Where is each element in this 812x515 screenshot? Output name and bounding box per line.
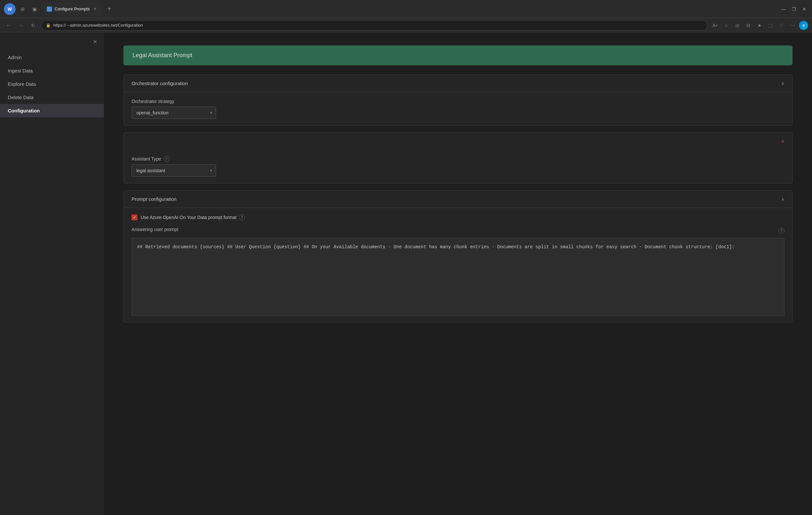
sidebar-item-ingest-data[interactable]: Ingest Data — [0, 64, 104, 77]
favorites-icon[interactable]: ☆ — [722, 21, 731, 30]
prompt-chevron-icon: ∧ — [781, 197, 784, 202]
sidebar-item-delete-data[interactable]: Delete Data — [0, 91, 104, 104]
prompt-header: Legal Assistant Prompt — [123, 46, 792, 65]
content-area: Legal Assistant Prompt Orchestrator conf… — [104, 32, 812, 515]
assistant-type-label: Assistant Type ? — [132, 156, 784, 162]
assistant-card-header[interactable]: ∧ — [124, 133, 792, 149]
tab-favicon — [47, 6, 52, 12]
restore-button[interactable]: ❐ — [790, 5, 798, 13]
prompt-card-header[interactable]: Prompt configuration ∧ — [124, 191, 792, 208]
split-screen-icon[interactable]: ⊟ — [744, 21, 753, 30]
assistant-type-select-wrapper: legal assistant general assistant custom… — [132, 164, 216, 177]
address-bar[interactable]: 🔒 https:// --admin.azurewebsites.net/Con… — [41, 20, 707, 31]
sidebar-item-admin[interactable]: Admin — [0, 51, 104, 64]
main-layout: ✕ Admin Ingest Data Explore Data Delete … — [0, 32, 812, 515]
assistant-chevron-icon: ∧ — [781, 138, 784, 144]
url-text: https:// --admin.azurewebsites.net/Confi… — [53, 23, 702, 28]
sidebar-nav: Admin Ingest Data Explore Data Delete Da… — [0, 51, 104, 117]
sidebar: ✕ Admin Ingest Data Explore Data Delete … — [0, 32, 104, 515]
close-button[interactable]: ✕ — [800, 5, 808, 13]
assistant-type-help-icon[interactable]: ? — [164, 156, 170, 162]
answering-textarea[interactable]: ## Retrieved documents {sources} ## User… — [132, 238, 784, 316]
refresh-button[interactable]: ↻ — [29, 21, 38, 30]
more-tools-icon[interactable]: ⋯ — [788, 21, 797, 30]
active-tab[interactable]: Configure Prompts ✕ — [41, 3, 103, 16]
orchestrator-config-card: Orchestrator configuration ∧ Orchestrato… — [123, 75, 792, 126]
forward-button[interactable]: → — [16, 21, 25, 30]
azure-openai-checkbox[interactable]: ✓ — [132, 214, 137, 220]
profile-button[interactable]: W — [4, 3, 16, 15]
window-controls: — ❐ ✕ — [780, 5, 808, 13]
tab-close-button[interactable]: ✕ — [92, 6, 97, 12]
azure-openai-checkbox-row: ✓ Use Azure OpenAI On Your Data prompt f… — [132, 214, 784, 220]
minimize-button[interactable]: — — [780, 5, 787, 13]
new-tab-button[interactable]: + — [104, 4, 114, 14]
browser-wallet-icon[interactable]: ◎ — [733, 21, 742, 30]
assistant-type-select[interactable]: legal assistant general assistant custom — [132, 164, 216, 177]
screenshot-icon[interactable]: ⬚ — [766, 21, 775, 30]
strategy-select-wrapper: openai_function semantic_kernel langchai… — [132, 107, 216, 119]
sidebar-item-configuration[interactable]: Configuration — [0, 104, 104, 117]
edge-copilot-icon[interactable]: e — [799, 21, 808, 30]
address-row: ← → ↻ 🔒 https:// --admin.azurewebsites.n… — [0, 18, 812, 32]
browser-chrome: W ⊞ ▣ Configure Prompts ✕ + — ❐ ✕ — [0, 0, 812, 18]
azure-openai-help-icon[interactable]: ? — [239, 214, 245, 220]
read-aloud-icon[interactable]: A+ — [710, 21, 720, 30]
extensions-icon[interactable]: ⊞ — [18, 4, 27, 13]
assistant-type-card: ∧ Assistant Type ? legal assistant gener… — [123, 132, 792, 183]
orchestrator-card-header[interactable]: Orchestrator configuration ∧ — [124, 75, 792, 92]
orchestrator-card-title: Orchestrator configuration — [132, 81, 188, 86]
tab-title: Configure Prompts — [55, 6, 90, 11]
strategy-select[interactable]: openai_function semantic_kernel langchai… — [132, 107, 216, 119]
prompt-card-body: ✓ Use Azure OpenAI On Your Data prompt f… — [124, 208, 792, 322]
strategy-label: Orchestrator strategy — [132, 99, 784, 104]
collections-icon[interactable]: ★ — [755, 21, 764, 30]
prompt-card-title: Prompt configuration — [132, 196, 176, 202]
tab-bar: Configure Prompts ✕ + — [41, 3, 114, 16]
sidebar-close-button[interactable]: ✕ — [91, 38, 99, 46]
lock-icon: 🔒 — [46, 23, 51, 28]
orchestrator-card-body: Orchestrator strategy openai_function se… — [124, 92, 792, 125]
prompt-config-card: Prompt configuration ∧ ✓ Use Azure OpenA… — [123, 190, 792, 323]
answering-prompt-header: Answering user prompt ? — [132, 227, 784, 235]
answering-label: Answering user prompt — [132, 227, 178, 232]
feedback-icon[interactable]: ♡ — [777, 21, 786, 30]
browser-toolbar: A+ ☆ ◎ ⊟ ★ ⬚ ♡ ⋯ e — [710, 21, 808, 30]
sidebar-item-explore-data[interactable]: Explore Data — [0, 77, 104, 91]
assistant-card-body: Assistant Type ? legal assistant general… — [124, 149, 792, 183]
azure-openai-checkbox-label: Use Azure OpenAI On Your Data prompt for… — [141, 214, 245, 220]
sidebar-toggle-icon[interactable]: ▣ — [30, 4, 39, 13]
orchestrator-chevron-icon: ∧ — [781, 81, 784, 86]
answering-help-icon[interactable]: ? — [779, 228, 784, 234]
back-button[interactable]: ← — [4, 21, 13, 30]
